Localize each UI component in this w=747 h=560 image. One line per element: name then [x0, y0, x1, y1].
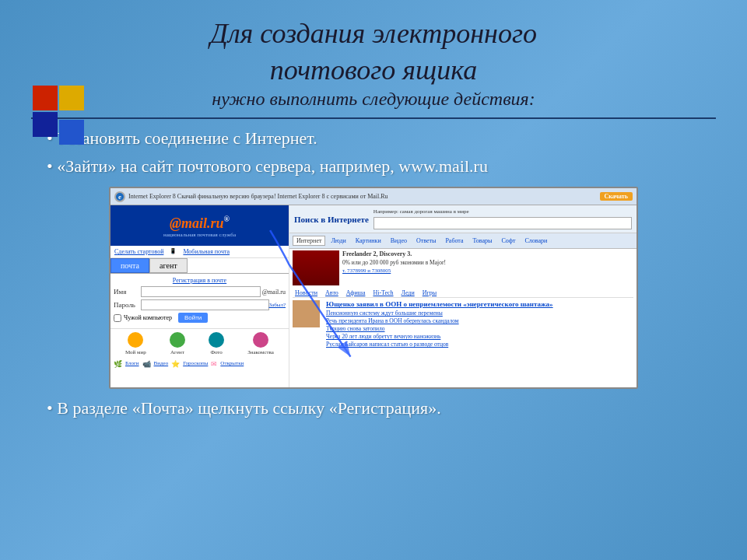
- mailru-bottom-icons: Мой мир Агент Фото Знакомства: [110, 328, 289, 359]
- name-label: Имя: [114, 288, 141, 296]
- icon-moimir[interactable]: Мой мир: [125, 332, 146, 355]
- form-row-name: Имя @mail.ru: [114, 286, 286, 297]
- sub-news-4[interactable]: Через 20 лет люди обретут вечную наножиз…: [326, 333, 553, 340]
- car-desc: 0% или до 200 000 руб экономии в Major!: [342, 259, 446, 266]
- sq-darkblue: [33, 112, 58, 137]
- pass-label: Пароль: [114, 301, 141, 309]
- name-input[interactable]: [141, 286, 261, 297]
- icon-photo[interactable]: Фото: [209, 332, 224, 355]
- car-phone[interactable]: т. 7378999 и 7308005: [342, 268, 446, 274]
- sq-blue: [59, 120, 84, 145]
- domain-label: @mail.ru: [262, 289, 286, 296]
- form-row-pass: Пароль Забыл?: [114, 299, 286, 310]
- horoscope-link[interactable]: Гороскопы: [183, 360, 208, 368]
- checkbox-row: Чужой компьютер Войти: [114, 313, 286, 323]
- sq-red: [33, 86, 58, 110]
- tab-dicts[interactable]: Словари: [521, 236, 551, 246]
- tab-mail[interactable]: почта: [110, 258, 149, 273]
- download-button[interactable]: Скачать: [600, 192, 633, 201]
- ie-icon: e: [114, 191, 125, 202]
- blogs-link[interactable]: Блоги: [125, 360, 139, 368]
- form-reg-link[interactable]: Регистрация в почте: [114, 277, 286, 284]
- car-shape: [293, 250, 339, 285]
- news-tab-lady[interactable]: Леди: [399, 289, 417, 297]
- browser-content: @mail.ru® национальная почтовая служба С…: [110, 205, 637, 387]
- bullet-item-3: В разделе «Почта» щелкнуть ссылку «Регис…: [47, 397, 716, 421]
- agent-icon: [170, 332, 185, 348]
- bullet-points: Установить соединение с Интернет. «Зайти…: [47, 127, 716, 180]
- search-label: Поиск в Интернете: [294, 215, 369, 224]
- car-image: [293, 250, 339, 285]
- search-section: Поиск в Интернете Например: самая дорога…: [289, 205, 637, 233]
- news-tab-news[interactable]: Новости: [293, 289, 320, 297]
- tab-soft[interactable]: Софт: [497, 236, 519, 246]
- tab-internet[interactable]: Интернет: [293, 236, 325, 246]
- forgot-link[interactable]: Забыл?: [269, 302, 286, 308]
- sub-news-1[interactable]: Пенсионную систему ждут большие перемены: [326, 310, 553, 317]
- mobile-mail-link[interactable]: Мобильная почта: [183, 248, 230, 255]
- news-tab-games[interactable]: Игры: [420, 289, 439, 297]
- icon-dating[interactable]: Знакомства: [247, 332, 274, 355]
- checkbox-label: Чужой компьютер: [124, 314, 172, 321]
- news-tabs-row: Новости Авто Афиша Hi-Tech Леди Игры: [293, 289, 633, 298]
- search-box-wrapper: Например: самая дорогая машина в мире: [374, 208, 632, 229]
- tab-people[interactable]: Люди: [327, 236, 349, 246]
- bullet-item-1: Установить соединение с Интернет.: [47, 127, 716, 151]
- browser-screenshot: e Internet Explorer 8 Скачай финальную в…: [109, 187, 638, 389]
- sub-news-3[interactable]: Турцию снова затопило: [326, 325, 553, 332]
- news-tab-auto[interactable]: Авто: [323, 289, 341, 297]
- browser-top-text: Internet Explorer 8 Скачай финальную вер…: [128, 193, 597, 200]
- login-button[interactable]: Войти: [178, 313, 208, 323]
- browser-top-bar: e Internet Explorer 8 Скачай финальную в…: [110, 188, 637, 205]
- headline-text: Ющенко заявил в ООН о неприемлемости «эн…: [326, 300, 553, 348]
- video-link[interactable]: Видео: [154, 360, 169, 368]
- news-tab-hitech[interactable]: Hi-Tech: [370, 289, 395, 297]
- search-input[interactable]: [374, 217, 632, 229]
- icon-agent[interactable]: Агент: [170, 332, 185, 355]
- cards-link[interactable]: Открытки: [220, 360, 244, 368]
- divider: [31, 117, 716, 119]
- mailru-header: @mail.ru® национальная почтовая служба: [110, 205, 289, 246]
- make-start-link[interactable]: Сделать стартовой: [114, 248, 163, 255]
- person-image: [293, 300, 320, 327]
- sub-news-2[interactable]: Речь президента Ирана в ООН обернулась с…: [326, 317, 553, 324]
- moimir-icon: [128, 332, 143, 348]
- title-section: Для создания электронного почтового ящик…: [31, 16, 716, 110]
- photo-icon: [209, 332, 224, 348]
- sq-yellow: [59, 86, 84, 110]
- car-title: Freelander 2, Discovery 3.: [342, 250, 446, 257]
- main-title: Для создания электронного почтового ящик…: [31, 16, 716, 89]
- checkbox-input[interactable]: [114, 314, 121, 322]
- tab-goods[interactable]: Товары: [469, 236, 496, 246]
- tab-pics[interactable]: Картинки: [352, 236, 385, 246]
- search-tabs: Интернет Люди Картинки Видео Ответы Рабо…: [289, 233, 637, 249]
- search-example: Например: самая дорогая машина в мире: [374, 208, 632, 215]
- dating-icon: [253, 332, 268, 348]
- car-news-text: Freelander 2, Discovery 3. 0% или до 200…: [342, 250, 446, 285]
- pass-input[interactable]: [141, 299, 269, 310]
- news-tab-afisha[interactable]: Афиша: [344, 289, 368, 297]
- slide-container: Для создания электронного почтового ящик…: [0, 0, 747, 560]
- tab-answers[interactable]: Ответы: [412, 236, 440, 246]
- browser-right-panel: Поиск в Интернете Например: самая дорога…: [289, 205, 637, 387]
- sub-news-5[interactable]: Руслан Байсаров написал статью о разводе…: [326, 341, 553, 348]
- main-headline[interactable]: Ющенко заявил в ООН о неприемлемости «эн…: [326, 300, 553, 308]
- mailru-links: Сделать стартовой 📱 Мобильная почта: [110, 246, 289, 258]
- decorative-squares: [31, 86, 86, 156]
- tab-work[interactable]: Работа: [441, 236, 467, 246]
- mailru-extra-links: 🌿 Блоги 📹 Видео ⭐ Гороскопы ✉ Открытки: [110, 359, 289, 369]
- mailru-tagline: национальная почтовая служба: [163, 232, 236, 238]
- mailru-tabs: почта агент: [110, 258, 289, 274]
- tab-agent[interactable]: агент: [149, 258, 188, 273]
- headline-section: Ющенко заявил в ООН о неприемлемости «эн…: [293, 300, 633, 348]
- bullet-item-2: «Зайти» на сайт почтового сервера, напри…: [47, 155, 716, 179]
- news-top: Freelander 2, Discovery 3. 0% или до 200…: [293, 250, 633, 285]
- news-section: Freelander 2, Discovery 3. 0% или до 200…: [289, 249, 637, 350]
- subtitle: нужно выполнить следующие действия:: [31, 89, 716, 110]
- tab-video[interactable]: Видео: [387, 236, 411, 246]
- mailru-form: Регистрация в почте Имя @mail.ru Пароль …: [110, 274, 289, 328]
- mailru-logo: @mail.ru®: [170, 214, 230, 232]
- browser-left-panel: @mail.ru® национальная почтовая служба С…: [110, 205, 289, 387]
